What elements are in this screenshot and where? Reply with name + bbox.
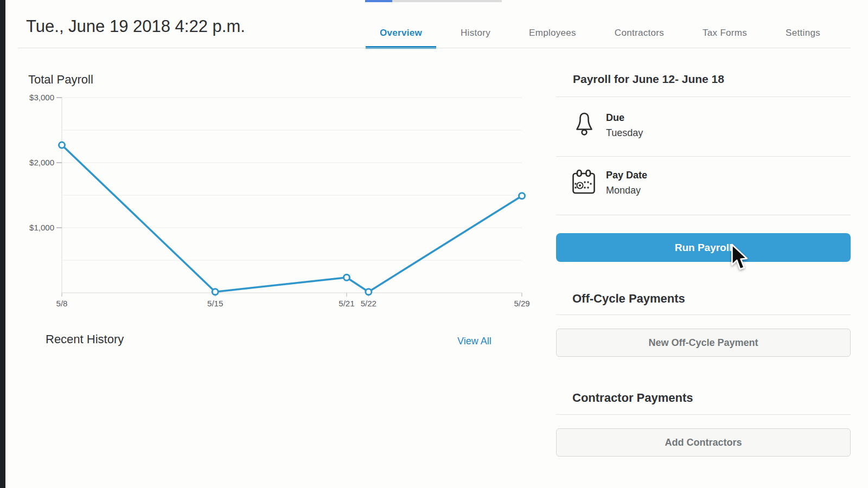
panel-divider bbox=[556, 156, 851, 157]
panel-divider bbox=[556, 97, 851, 97]
payroll-side-panel: Payroll for June 12- June 18 Due Tuesday… bbox=[556, 65, 851, 477]
payroll-series-line bbox=[62, 145, 522, 292]
x-tick-label: 5/21 bbox=[339, 299, 354, 308]
y-tick-label: $1,000 bbox=[29, 223, 54, 232]
data-point-marker[interactable] bbox=[366, 289, 372, 295]
mouse-cursor-icon bbox=[730, 243, 751, 272]
run-payroll-button[interactable]: Run Payroll bbox=[556, 233, 851, 262]
data-point-marker[interactable] bbox=[212, 289, 218, 295]
due-value: Tuesday bbox=[606, 127, 643, 139]
y-tick-label: $2,000 bbox=[29, 158, 54, 167]
panel-divider bbox=[556, 414, 851, 415]
data-point-marker[interactable] bbox=[343, 274, 349, 280]
pay-date-label: Pay Date bbox=[606, 170, 647, 181]
tab-overview[interactable]: Overview bbox=[366, 17, 436, 48]
data-point-marker[interactable] bbox=[519, 193, 525, 199]
new-off-cycle-payment-button[interactable]: New Off-Cycle Payment bbox=[556, 329, 851, 357]
total-payroll-line-chart: $1,000$2,000$3,0005/85/155/215/225/29 bbox=[0, 81, 542, 314]
header-divider bbox=[18, 48, 851, 48]
y-tick-label: $3,000 bbox=[29, 93, 54, 102]
tab-employees[interactable]: Employees bbox=[515, 17, 590, 48]
pay-date-value: Monday bbox=[606, 185, 641, 196]
recent-history-title: Recent History bbox=[46, 332, 124, 346]
x-tick-label: 5/22 bbox=[361, 299, 376, 308]
payroll-period-title: Payroll for June 12- June 18 bbox=[573, 73, 724, 86]
main-nav-tabs: OverviewHistoryEmployeesContractorsTax F… bbox=[366, 17, 834, 48]
top-progress-bar-filled bbox=[365, 0, 392, 2]
contractor-payments-title: Contractor Payments bbox=[572, 391, 693, 405]
x-tick-label: 5/15 bbox=[207, 299, 223, 308]
panel-divider bbox=[556, 314, 851, 315]
calendar-icon bbox=[572, 169, 596, 195]
tab-history[interactable]: History bbox=[446, 17, 505, 48]
tab-contractors[interactable]: Contractors bbox=[601, 17, 678, 48]
view-all-link[interactable]: View All bbox=[457, 336, 492, 347]
tab-settings[interactable]: Settings bbox=[771, 17, 834, 48]
tab-tax-forms[interactable]: Tax Forms bbox=[688, 17, 761, 48]
bell-icon bbox=[574, 112, 595, 139]
x-tick-label: 5/8 bbox=[56, 299, 68, 308]
top-progress-bar-track bbox=[392, 0, 502, 2]
data-point-marker[interactable] bbox=[59, 142, 65, 148]
panel-divider bbox=[556, 215, 851, 215]
x-tick-label: 5/29 bbox=[514, 299, 529, 308]
off-cycle-payments-title: Off-Cycle Payments bbox=[572, 292, 685, 306]
due-label: Due bbox=[606, 112, 624, 124]
add-contractors-button[interactable]: Add Contractors bbox=[556, 428, 851, 457]
page-title-datetime: Tue., June 19 2018 4:22 p.m. bbox=[26, 17, 245, 36]
